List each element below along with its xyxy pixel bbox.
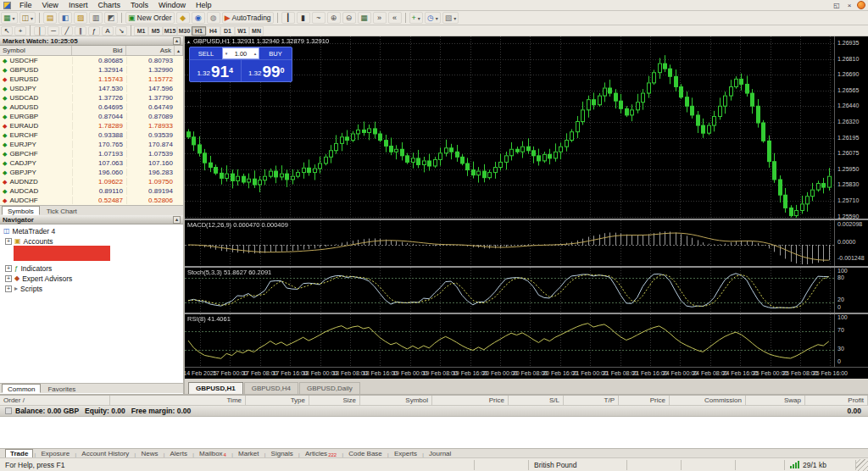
experts-button[interactable]: ◉ xyxy=(192,12,205,24)
menu-window[interactable]: Window xyxy=(153,0,191,10)
sell-price[interactable]: 1.32 91 4 xyxy=(190,60,241,81)
menu-insert[interactable]: Insert xyxy=(64,0,93,10)
arrows-tool[interactable]: ↘ xyxy=(115,26,127,36)
panel-collapse-icon[interactable]: ▴ xyxy=(173,216,181,224)
resize-grip[interactable] xyxy=(856,459,868,471)
terminal-column-time[interactable]: Time xyxy=(110,396,246,405)
terminal-column-order[interactable]: Order / xyxy=(0,396,110,405)
strategy-tester-toggle[interactable]: ◩ xyxy=(104,12,118,24)
metaeditor-button[interactable]: ◆ xyxy=(176,12,190,24)
volume-stepper[interactable]: ▾ 1.00 ▴ xyxy=(222,47,259,59)
dropdown-arrow-icon[interactable]: ▾ xyxy=(453,15,456,21)
dropdown-arrow-icon[interactable]: ▾ xyxy=(31,15,33,21)
market-watch-row-audcad[interactable]: ◆AUDCAD0.891100.89194 xyxy=(0,186,183,196)
scroll-up-icon[interactable]: ▴ xyxy=(175,46,183,55)
indicators-button[interactable]: +▾ xyxy=(409,12,423,24)
new-order-button[interactable]: ▣New Order xyxy=(125,12,175,24)
buy-price[interactable]: 1.32 99 0 xyxy=(242,60,292,81)
menu-help[interactable]: Help xyxy=(191,0,217,10)
terminal-column-price[interactable]: Price xyxy=(619,396,670,405)
market-watch-row-euraud[interactable]: ◆EURAUD1.782891.78933 xyxy=(0,121,183,130)
terminal-column-type[interactable]: Type xyxy=(246,396,309,405)
market-watch-row-usdjpy[interactable]: ◆USDJPY147.530147.596 xyxy=(0,84,183,93)
notification-icon[interactable] xyxy=(857,1,865,9)
market-watch-toggle[interactable]: ▤ xyxy=(43,12,57,24)
menu-tools[interactable]: Tools xyxy=(125,0,153,10)
timeframe-mn[interactable]: MN xyxy=(249,26,264,36)
periods-button[interactable]: ◷▾ xyxy=(425,12,441,24)
terminal-column-price[interactable]: Price xyxy=(432,396,509,405)
navigator-tab-common[interactable]: Common xyxy=(2,384,41,393)
auto-scroll-button[interactable]: » xyxy=(373,12,387,24)
cursor-tool[interactable]: ↖ xyxy=(1,26,13,36)
column-header-symbol[interactable]: Symbol xyxy=(0,46,72,55)
sell-button[interactable]: SELL xyxy=(190,47,222,59)
navigator-tab-favorites[interactable]: Favorites xyxy=(42,384,81,393)
timeframe-m1[interactable]: M1 xyxy=(134,26,148,36)
market-watch-tab-tick-chart[interactable]: Tick Chart xyxy=(41,206,83,215)
menu-charts[interactable]: Charts xyxy=(92,0,125,10)
bars-mode-button[interactable]: ┃ xyxy=(281,12,295,24)
trendline-tool[interactable]: ╱ xyxy=(61,26,73,36)
channel-tool[interactable]: ∥ xyxy=(75,26,86,36)
chart-shift-button[interactable]: « xyxy=(388,12,402,24)
chart-tab-gbpusd-h4[interactable]: GBPUSD,H4 xyxy=(244,382,298,394)
terminal-column-tp[interactable]: T/P xyxy=(564,396,619,405)
expand-icon[interactable]: + xyxy=(5,275,12,282)
market-watch-row-usdchf[interactable]: ◆USDCHF0.806850.80793 xyxy=(0,56,183,65)
market-watch-row-audchf[interactable]: ◆AUDCHF0.524870.52806 xyxy=(0,196,183,205)
tree-item-scripts[interactable]: +▸Scripts xyxy=(5,284,42,293)
text-tool[interactable]: A xyxy=(102,26,114,36)
terminal-toggle[interactable]: ▥ xyxy=(89,12,103,24)
market-watch-row-eurusd[interactable]: ◆EURUSD1.157431.15772 xyxy=(0,75,183,84)
timeframe-m5[interactable]: M5 xyxy=(148,26,163,36)
terminal-column-profit[interactable]: Profit xyxy=(805,396,868,405)
volume-down-icon[interactable]: ▾ xyxy=(223,51,230,56)
templates-button[interactable]: ▧▾ xyxy=(442,12,459,24)
menu-view[interactable]: View xyxy=(37,0,64,10)
candles-mode-button[interactable]: ▮ xyxy=(297,12,310,24)
terminal-column-commission[interactable]: Commission xyxy=(670,396,746,405)
new-chart-button[interactable]: ▦▾ xyxy=(1,12,18,24)
volume-value[interactable]: 1.00 xyxy=(230,50,252,58)
tree-root-metatrader4[interactable]: ◫MetaTrader 4 xyxy=(3,226,55,236)
tree-item-accounts[interactable]: +▣Accounts xyxy=(5,236,53,246)
expand-icon[interactable]: + xyxy=(5,238,12,245)
market-watch-row-gbpchf[interactable]: ◆GBPCHF1.071931.07539 xyxy=(0,149,183,158)
chart-tab-gbpusd-daily[interactable]: GBPUSD,Daily xyxy=(299,382,360,394)
autotrading-button[interactable]: ▶AutoTrading xyxy=(222,12,274,24)
status-connection[interactable]: 29/1 kb xyxy=(785,460,856,470)
navigator-toggle[interactable]: ▨ xyxy=(74,12,87,24)
column-header-ask[interactable]: Ask xyxy=(126,46,175,55)
market-watch-tab-symbols[interactable]: Symbols xyxy=(2,206,40,215)
terminal-column-swap[interactable]: Swap xyxy=(746,396,805,405)
vline-tool[interactable]: │ xyxy=(34,26,46,36)
market-watch-row-cadjpy[interactable]: ◆CADJPY107.063107.160 xyxy=(0,158,183,168)
dropdown-arrow-icon[interactable]: ▾ xyxy=(436,15,438,21)
rsi-canvas[interactable] xyxy=(185,314,834,367)
market-watch-row-eurchf[interactable]: ◆EURCHF0.933880.93539 xyxy=(0,130,183,140)
chart-tab-gbpusd-h1[interactable]: GBPUSD,H1 xyxy=(188,382,243,394)
fibonacci-tool[interactable]: ƒ xyxy=(88,26,100,36)
tree-item-expert-advisors[interactable]: +◆Expert Advisors xyxy=(5,274,72,283)
stochastic-canvas[interactable] xyxy=(185,268,834,313)
terminal-column-size[interactable]: Size xyxy=(309,396,360,405)
timeframe-d1[interactable]: D1 xyxy=(220,26,235,36)
market-watch-row-gbpusd[interactable]: ◆GBPUSD1.329141.32990 xyxy=(0,65,183,75)
zoom-in-button[interactable]: ⊕ xyxy=(327,12,341,24)
restore-window-icon[interactable]: ◱ xyxy=(832,2,842,9)
terminal-column-symbol[interactable]: Symbol xyxy=(360,396,432,405)
market-watch-row-usdcad[interactable]: ◆USDCAD1.377261.37790 xyxy=(0,93,183,103)
volume-up-icon[interactable]: ▴ xyxy=(252,51,259,56)
data-window-toggle[interactable]: ◧ xyxy=(58,12,72,24)
line-mode-button[interactable]: ~ xyxy=(312,12,326,24)
expand-icon[interactable]: + xyxy=(5,265,12,272)
panel-collapse-icon[interactable]: ▴ xyxy=(173,37,181,45)
collapse-icon[interactable]: ▴ xyxy=(187,38,190,44)
terminal-column-sl[interactable]: S/L xyxy=(509,396,564,405)
hline-tool[interactable]: ─ xyxy=(47,26,59,36)
market-watch-row-audusd[interactable]: ◆AUDUSD0.646950.64749 xyxy=(0,103,183,112)
market-watch-row-eurgbp[interactable]: ◆EURGBP0.870440.87089 xyxy=(0,112,183,121)
close-window-icon[interactable]: × xyxy=(844,2,854,9)
column-header-bid[interactable]: Bid xyxy=(72,46,125,55)
